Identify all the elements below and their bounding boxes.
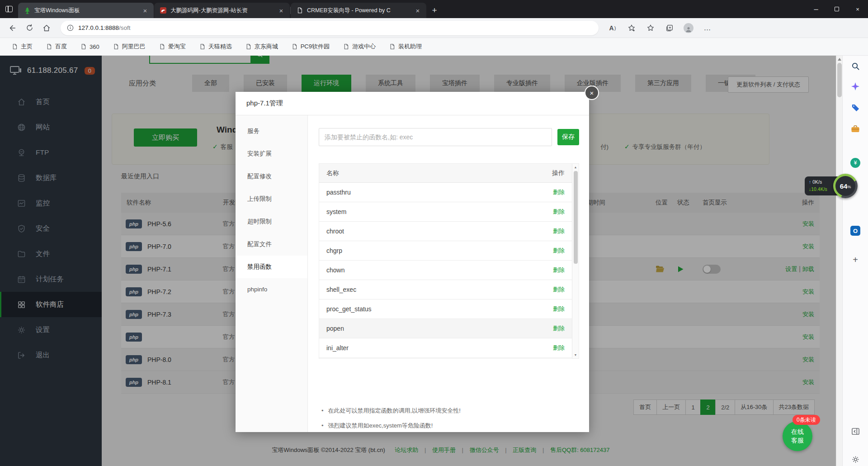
bookmark-item[interactable]: 阿里巴巴 [113,43,146,51]
modal-tab-upload-limit[interactable]: 上传限制 [236,188,307,210]
modal-tab-timeout-limit[interactable]: 超时限制 [236,210,307,233]
app-button-green[interactable]: ¥ [849,156,862,170]
delete-link[interactable]: 删除 [553,188,572,196]
modal-tab-extensions[interactable]: 安装扩展 [236,143,307,165]
shopping-tag-icon [851,104,860,112]
delete-link[interactable]: 删除 [553,247,572,255]
col-function-name: 名称 [319,169,552,177]
home-button[interactable] [38,20,55,36]
modal-tab-config-file[interactable]: 配置文件 [236,233,307,256]
new-tab-button[interactable]: + [427,3,442,18]
profile-button[interactable] [681,21,696,35]
maximize-button[interactable] [826,0,847,18]
bt-panel: 61.188.205.67 0 首页 网站 FTP 数据库 [0,56,836,466]
settings-more-button[interactable]: … [700,21,715,35]
scroll-up-icon[interactable] [838,58,841,61]
sidebar-settings-button[interactable] [849,452,862,466]
bookmark-item[interactable]: 百度 [46,43,67,51]
bookmark-item[interactable]: 游戏中心 [343,43,376,51]
delete-link[interactable]: 删除 [553,305,572,313]
copilot-sparkle-icon [851,82,860,91]
wallet-icon: ¥ [850,158,860,168]
scrollbar-thumb[interactable] [837,63,842,97]
copilot-button[interactable] [849,80,862,93]
online-service-button[interactable]: 在线 客服 [783,421,812,451]
bookmark-item[interactable]: 京东商城 [245,43,278,51]
performance-gauge[interactable]: 64 % [833,174,858,198]
shopping-button[interactable] [849,101,862,114]
bookmark-item[interactable]: 爱淘宝 [159,43,186,51]
delete-link[interactable]: 删除 [553,227,572,235]
outlook-button[interactable]: O [849,224,862,238]
modal-tabs: 服务 安装扩展 配置修改 上传限制 超时限制 配置文件 禁用函数 phpinfo [236,115,308,432]
page-scrollbar[interactable] [836,56,842,466]
modal-close-button[interactable]: × [585,86,599,100]
bookmark-item[interactable]: 360 [80,43,99,50]
favorites-button[interactable] [643,21,658,35]
modal-notes: •在此处可以禁用指定函数的调用,以增强环境安全性! •强烈建议禁用如exec,s… [321,403,461,433]
url-path: /soft [119,24,131,31]
modal-tab-phpinfo[interactable]: phpinfo [236,278,307,301]
scroll-down-icon[interactable]: ▼ [572,353,579,357]
dapeng-logo-icon [160,7,167,14]
browser-tab-active[interactable]: 宝塔Windows面板 × [18,3,154,18]
briefcase-button[interactable] [849,122,862,136]
collections-button[interactable] [662,21,677,35]
function-row: proc_get_status删除 [319,300,572,319]
function-row: ini_alter删除 [319,338,572,358]
delete-link[interactable]: 删除 [553,266,572,274]
delete-link[interactable]: 删除 [553,285,572,294]
close-icon[interactable]: × [141,7,149,14]
page-icon [389,43,395,50]
delete-link[interactable]: 删除 [553,344,572,352]
function-name-input[interactable] [319,128,552,146]
modal-tab-service[interactable]: 服务 [236,120,307,143]
favorite-add-button[interactable] [624,21,639,35]
note-line: •在此处可以禁用指定函数的调用,以增强环境安全性! [321,403,461,418]
scroll-up-icon[interactable]: ▲ [572,166,579,169]
page-icon [46,43,52,50]
bookmark-item[interactable]: 天猫精选 [199,43,232,51]
bookmark-item[interactable]: 装机助理 [389,43,422,51]
close-window-button[interactable]: × [847,0,868,18]
sidebar-search-button[interactable] [849,59,862,73]
bookmark-label: 主页 [21,43,33,51]
tab-title: 宝塔Windows面板 [34,7,137,14]
home-icon [42,24,51,32]
add-sidebar-app-button[interactable]: + [849,253,862,266]
modal-tab-disabled-functions[interactable]: 禁用函数 [236,256,307,278]
bookmark-label: 装机助理 [398,43,422,51]
tab-title: CRMEB安装向导 - Powered by C [307,7,410,14]
bookmark-item[interactable]: PC9软件园 [292,43,330,51]
back-icon [8,24,16,32]
sidebar-panel-button[interactable] [849,424,862,438]
save-button[interactable]: 保存 [557,129,579,145]
close-icon[interactable]: × [277,7,285,14]
bookmark-item[interactable]: 主页 [12,43,33,51]
baota-logo-icon [24,7,31,14]
scrollbar-thumb[interactable] [574,171,578,264]
search-icon [851,62,860,71]
star-add-icon [627,24,636,32]
minimize-button[interactable]: ─ [806,0,826,18]
page-icon [296,7,303,14]
address-bar[interactable]: 127.0.0.1:8888/soft [61,21,599,35]
function-table-scrollbar[interactable]: ▲ ▼ [572,164,579,358]
modal-tab-config-modify[interactable]: 配置修改 [236,165,307,188]
upload-arrow-icon: ↑ [809,179,811,185]
screen: 宝塔Windows面板 × 大鹏源码网-大鹏资源网-站长资 × CRMEB安装向… [0,0,868,466]
browser-tab[interactable]: CRMEB安装向导 - Powered by C × [291,3,426,18]
delete-link[interactable]: 删除 [553,208,572,216]
panel-collapse-icon [851,427,860,436]
close-icon[interactable]: × [414,7,422,14]
browser-tab[interactable]: 大鹏源码网-大鹏资源网-站长资 × [154,3,290,18]
refresh-button[interactable] [21,20,38,36]
read-aloud-button[interactable]: A) [605,21,620,35]
tab-actions-button[interactable] [0,1,18,17]
maximize-icon [835,7,839,11]
back-button[interactable] [4,20,21,36]
bookmark-label: 天猫精选 [208,43,232,51]
page-icon [292,43,297,50]
delete-link[interactable]: 删除 [553,324,572,333]
favorites-star-icon [646,24,655,32]
